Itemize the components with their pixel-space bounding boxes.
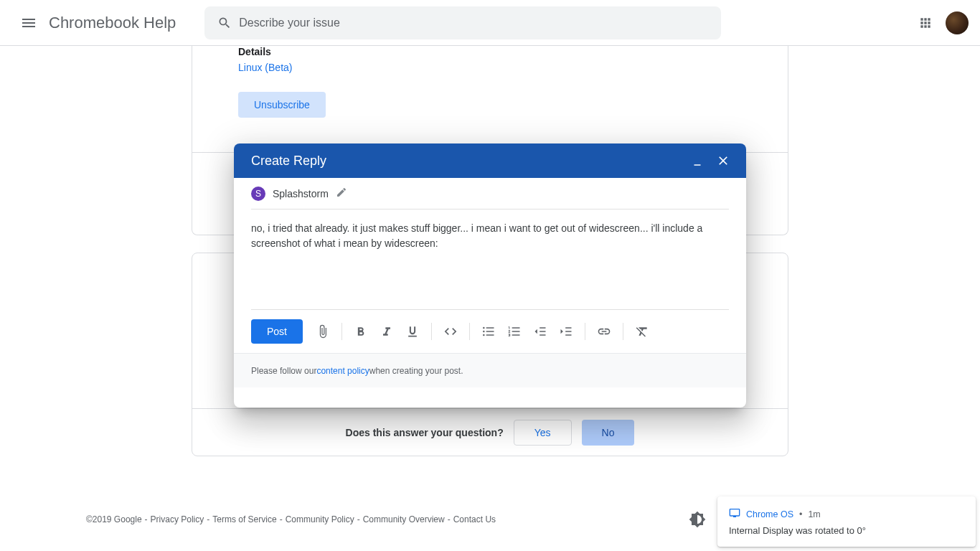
content-policy-link[interactable]: content policy <box>316 366 369 376</box>
author-row: S Splashstorm <box>251 178 729 209</box>
app-bar: Chromebook Help <box>0 0 980 46</box>
hamburger-icon <box>20 14 37 32</box>
notification-separator: • <box>799 509 802 519</box>
policy-text-pre: Please follow our <box>251 366 316 376</box>
toolbar-separator <box>585 323 585 340</box>
reply-textarea[interactable]: no, i tried that already. it just makes … <box>251 209 729 310</box>
underline-icon <box>405 324 420 339</box>
apps-grid-icon <box>918 16 933 30</box>
search-icon <box>210 16 239 30</box>
clear-formatting-button[interactable] <box>631 319 654 344</box>
dark-mode-toggle[interactable] <box>689 511 706 528</box>
indent-icon <box>559 324 573 339</box>
bold-icon <box>354 324 368 339</box>
italic-icon <box>380 324 394 339</box>
toolbar-separator <box>341 323 342 340</box>
answer-no-button[interactable]: No <box>582 420 635 446</box>
search-input[interactable] <box>239 17 715 29</box>
bold-button[interactable] <box>349 319 372 344</box>
author-avatar: S <box>251 187 265 201</box>
editor-toolbar: Post <box>251 310 729 353</box>
answer-feedback-bar: Does this answer your question? Yes No <box>192 408 788 456</box>
underline-button[interactable] <box>401 319 424 344</box>
brightness-icon <box>689 511 706 528</box>
footer-link-privacy[interactable]: Privacy Policy <box>151 514 204 524</box>
notification-age: 1m <box>808 509 820 519</box>
dialog-header: Create Reply <box>234 143 746 178</box>
numbered-list-button[interactable] <box>503 319 526 344</box>
search-box[interactable] <box>204 6 721 39</box>
dialog-title: Create Reply <box>251 154 684 169</box>
page-title[interactable]: Chromebook Help <box>49 14 176 32</box>
details-label: Details <box>238 46 292 57</box>
google-apps-button[interactable] <box>911 9 940 37</box>
post-button[interactable]: Post <box>251 319 303 344</box>
close-icon <box>716 154 730 168</box>
minimize-icon <box>691 154 704 167</box>
toolbar-separator <box>431 323 432 340</box>
outdent-button[interactable] <box>529 319 552 344</box>
notification-source: Chrome OS <box>746 509 793 519</box>
footer-link-community-overview[interactable]: Community Overview <box>363 514 445 524</box>
os-notification[interactable]: Chrome OS • 1m Internal Display was rota… <box>717 496 976 547</box>
attach-button[interactable] <box>311 319 334 344</box>
bulleted-list-button[interactable] <box>477 319 500 344</box>
paperclip-icon <box>316 324 330 339</box>
code-button[interactable] <box>439 319 462 344</box>
italic-button[interactable] <box>375 319 398 344</box>
main-menu-button[interactable] <box>11 6 46 40</box>
link-icon <box>597 324 611 339</box>
unsubscribe-button[interactable]: Unsubscribe <box>238 92 326 118</box>
numbered-list-icon <box>507 324 522 339</box>
author-name: Splashstorm <box>273 188 329 199</box>
category-link[interactable]: Linux (Beta) <box>238 62 292 73</box>
footer-copyright: ©2019 Google <box>86 514 142 524</box>
policy-text-post: when creating your post. <box>369 366 463 376</box>
create-reply-dialog: Create Reply S Splashstorm no, i tried t… <box>234 143 746 408</box>
monitor-icon <box>729 507 740 521</box>
footer-link-terms[interactable]: Terms of Service <box>212 514 276 524</box>
edit-author-button[interactable] <box>336 187 347 201</box>
link-button[interactable] <box>593 319 616 344</box>
pencil-icon <box>336 187 347 198</box>
indent-button[interactable] <box>555 319 578 344</box>
answer-feedback-question: Does this answer your question? <box>346 427 504 438</box>
code-icon <box>443 324 458 339</box>
account-avatar[interactable] <box>946 11 969 34</box>
footer-link-contact[interactable]: Contact Us <box>453 514 496 524</box>
notification-body: Internal Display was rotated to 0° <box>729 525 964 536</box>
minimize-button[interactable] <box>684 148 710 174</box>
close-button[interactable] <box>710 148 736 174</box>
clear-format-icon <box>635 324 649 339</box>
footer-link-community-policy[interactable]: Community Policy <box>286 514 354 524</box>
toolbar-separator <box>623 323 623 340</box>
dialog-footer: Please follow our content policy when cr… <box>234 353 746 387</box>
toolbar-separator <box>469 323 470 340</box>
bulleted-list-icon <box>481 324 496 339</box>
outdent-icon <box>533 324 547 339</box>
answer-yes-button[interactable]: Yes <box>514 420 572 446</box>
page-body: Details Linux (Beta) Unsubscribe All Rep… <box>0 46 980 551</box>
